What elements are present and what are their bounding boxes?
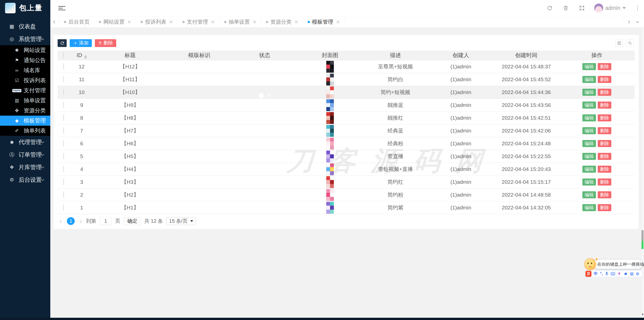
add-button[interactable]: ＋添加 xyxy=(70,39,92,47)
edit-button[interactable]: 编辑 xyxy=(582,191,596,198)
sidebar-item-film[interactable]: ❖片库管理 xyxy=(0,161,50,173)
tab-支付管理[interactable]: 支付管理✕ xyxy=(178,16,220,27)
edit-button[interactable]: 编辑 xyxy=(582,127,596,134)
sogou-logo-icon[interactable]: S xyxy=(585,271,591,277)
sidebar-collapse-icon[interactable] xyxy=(58,5,65,11)
edit-button[interactable]: 编辑 xyxy=(582,166,596,173)
tab-后台首页[interactable]: 后台首页 xyxy=(59,16,94,27)
sidebar-item-wand[interactable]: ✐抽单列表 xyxy=(0,126,50,136)
sort-icon[interactable] xyxy=(84,55,87,59)
row-checkbox[interactable] xyxy=(63,166,64,172)
row-checkbox[interactable] xyxy=(63,153,64,159)
sidebar-item-order[interactable]: Ⓐ订单管理 xyxy=(0,148,50,161)
sidebar-item-agent[interactable]: ☻代理管理 xyxy=(0,136,50,148)
emoji-icon[interactable]: ☻ xyxy=(624,271,628,276)
prev-page-icon[interactable] xyxy=(59,217,63,225)
toolbox-icon[interactable]: ⚙ xyxy=(636,271,639,276)
sun-mascot-icon[interactable] xyxy=(585,259,596,270)
tab-投诉列表[interactable]: 投诉列表✕ xyxy=(136,16,178,27)
delete-row-button[interactable]: 删除 xyxy=(598,89,611,96)
delete-row-button[interactable]: 删除 xyxy=(598,166,611,173)
apps-grid-icon[interactable]: ⊞ xyxy=(630,271,633,276)
search-button[interactable] xyxy=(626,39,634,47)
delete-row-button[interactable]: 删除 xyxy=(598,178,611,186)
column-header-id[interactable]: ID xyxy=(70,52,94,59)
tabs-scroll-left-button[interactable] xyxy=(50,16,59,27)
sidebar-item-category[interactable]: ✤资源分类 xyxy=(0,106,50,116)
tabs-menu-button[interactable] xyxy=(633,16,642,27)
tab-close-icon[interactable]: ✕ xyxy=(294,19,298,25)
edit-button[interactable]: 编辑 xyxy=(582,102,596,109)
sidebar-item-paypal[interactable]: PayPal支付管理 xyxy=(0,85,50,96)
keyboard-icon[interactable] xyxy=(611,272,615,276)
tab-close-icon[interactable]: ✕ xyxy=(253,19,257,25)
sidebar-item-target[interactable]: ◎系统管理 xyxy=(0,33,50,45)
sidebar-item-template[interactable]: ◆模板管理 xyxy=(0,116,50,126)
columns-filter-button[interactable] xyxy=(615,39,623,47)
sidebar-item-asterisk[interactable]: ✱网站设置 xyxy=(0,45,50,55)
skin-icon[interactable]: ▼ xyxy=(617,271,621,276)
delete-row-button[interactable]: 删除 xyxy=(598,102,611,109)
edit-button[interactable]: 编辑 xyxy=(582,89,596,96)
scrollbar-thumb[interactable] xyxy=(641,230,643,249)
clear-trash-icon[interactable] xyxy=(562,4,570,12)
row-checkbox[interactable] xyxy=(63,102,64,108)
edit-button[interactable]: 编辑 xyxy=(582,140,596,147)
row-checkbox[interactable] xyxy=(63,204,64,211)
sidebar-item-bell[interactable]: ⚑通知公告 xyxy=(0,55,50,65)
edit-button[interactable]: 编辑 xyxy=(582,114,596,121)
punctuation-icon[interactable]: °, xyxy=(600,271,603,276)
tab-close-icon[interactable]: ✕ xyxy=(127,19,131,25)
tab-抽单设置[interactable]: 抽单设置✕ xyxy=(220,16,261,27)
delete-row-button[interactable]: 删除 xyxy=(598,63,611,70)
tab-close-icon[interactable]: ✕ xyxy=(169,19,173,25)
row-checkbox[interactable] xyxy=(63,76,64,82)
row-checkbox[interactable] xyxy=(63,63,64,70)
select-all-checkbox[interactable] xyxy=(63,52,64,59)
tabs-scroll-right-button[interactable] xyxy=(624,16,633,27)
sidebar-item-columns[interactable]: ▥抽单设置 xyxy=(0,96,50,106)
edit-button[interactable]: 编辑 xyxy=(582,76,596,83)
sidebar-item-checkbox[interactable]: ☑投诉列表 xyxy=(0,75,50,85)
tab-网站设置[interactable]: 网站设置✕ xyxy=(94,16,136,27)
tab-资源分类[interactable]: 资源分类✕ xyxy=(261,16,303,27)
delete-row-button[interactable]: 删除 xyxy=(598,191,611,198)
sidebar-item-gear[interactable]: ⚙后台设置 xyxy=(0,173,50,186)
delete-row-button[interactable]: 删除 xyxy=(598,140,611,147)
goto-page-input[interactable] xyxy=(100,217,112,225)
edit-button[interactable]: 编辑 xyxy=(582,153,596,160)
row-checkbox[interactable] xyxy=(63,127,64,134)
goto-confirm-button[interactable]: 确定 xyxy=(124,217,141,225)
edit-button[interactable]: 编辑 xyxy=(582,178,596,186)
delete-row-button[interactable]: 删除 xyxy=(598,76,611,83)
edit-button[interactable]: 编辑 xyxy=(582,204,596,211)
delete-row-button[interactable]: 删除 xyxy=(598,127,611,134)
per-page-select[interactable]: 15 条/页 xyxy=(166,217,196,225)
sidebar-item-link[interactable]: ∞域名库 xyxy=(0,65,50,75)
more-menu-icon[interactable]: ⋮ xyxy=(634,5,640,12)
user-avatar[interactable] xyxy=(594,4,603,13)
scrollbar-down-arrow[interactable]: ▼ xyxy=(641,313,644,316)
tab-close-icon[interactable]: ✕ xyxy=(211,19,215,25)
user-menu[interactable]: admin xyxy=(594,4,626,13)
delete-button[interactable]: 删除 xyxy=(95,39,116,47)
row-checkbox[interactable] xyxy=(63,192,64,198)
row-checkbox[interactable] xyxy=(63,179,64,185)
refresh-icon[interactable] xyxy=(546,4,553,12)
sidebar-item-dashboard[interactable]: ▦仪表盘 xyxy=(0,20,50,33)
delete-row-button[interactable]: 删除 xyxy=(598,204,611,211)
edit-button[interactable]: 编辑 xyxy=(582,63,596,70)
delete-row-button[interactable]: 删除 xyxy=(598,114,611,121)
page-number-current[interactable]: 1 xyxy=(67,217,75,225)
row-checkbox[interactable] xyxy=(63,115,64,121)
microphone-icon[interactable] xyxy=(605,272,609,276)
next-page-icon[interactable] xyxy=(78,217,83,225)
row-checkbox[interactable] xyxy=(63,140,64,147)
tab-close-icon[interactable]: ✕ xyxy=(336,19,340,25)
tab-模板管理[interactable]: 模板管理✕ xyxy=(303,16,345,27)
chinese-mode-icon[interactable]: 中 xyxy=(594,271,598,277)
refresh-table-button[interactable] xyxy=(58,39,67,47)
fullscreen-icon[interactable] xyxy=(578,4,586,12)
row-checkbox[interactable] xyxy=(63,89,64,95)
delete-row-button[interactable]: 删除 xyxy=(598,153,611,160)
